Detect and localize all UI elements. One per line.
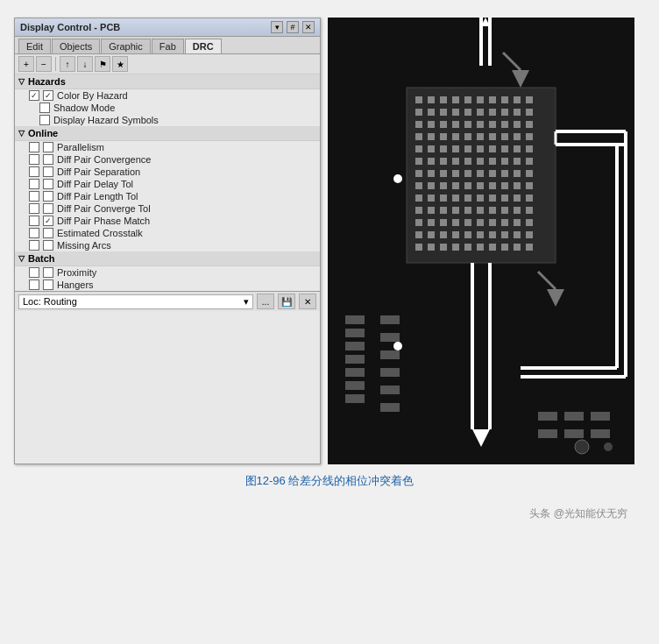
svg-rect-13: [428, 109, 435, 116]
svg-rect-79: [501, 182, 508, 189]
diff-pair-delay-tol-checkbox[interactable]: [43, 179, 53, 189]
proximity-outer-checkbox[interactable]: [29, 267, 39, 278]
close-button[interactable]: ✕: [302, 21, 315, 33]
missing-arcs-outer-checkbox[interactable]: [29, 240, 39, 251]
svg-rect-91: [526, 195, 533, 202]
svg-rect-65: [452, 170, 459, 177]
section-hazards[interactable]: ▽ Hazards: [15, 74, 320, 89]
batch-arrow: ▽: [18, 254, 25, 263]
item-display-hazard-symbols[interactable]: Display Hazard Symbols: [15, 114, 320, 126]
item-proximity[interactable]: Proximity: [15, 266, 320, 279]
svg-rect-111: [526, 219, 533, 226]
parallelism-checkbox[interactable]: [43, 142, 53, 152]
panel-title: Display Control - PCB: [20, 22, 120, 32]
pin-button[interactable]: ▾: [271, 21, 283, 33]
item-diff-pair-convergence[interactable]: Diff Pair Convergence: [15, 153, 320, 166]
svg-rect-125: [452, 244, 459, 251]
hangers-outer-checkbox[interactable]: [29, 280, 39, 290]
item-diff-pair-phase-match[interactable]: Diff Pair Phase Match: [15, 215, 320, 227]
svg-rect-54: [440, 158, 447, 165]
tab-graphic[interactable]: Graphic: [101, 39, 151, 53]
color-by-hazard-expand[interactable]: [29, 90, 39, 101]
svg-rect-17: [477, 109, 484, 116]
svg-rect-98: [489, 207, 496, 214]
svg-rect-9: [501, 96, 508, 103]
item-shadow-mode[interactable]: Shadow Mode: [15, 102, 320, 114]
display-hazard-symbols-checkbox[interactable]: [39, 115, 50, 125]
svg-rect-69: [501, 170, 508, 177]
dots-button[interactable]: ...: [257, 294, 274, 309]
diff-pair-convergence-outer-checkbox[interactable]: [29, 154, 39, 165]
close-status-button[interactable]: ✕: [299, 294, 316, 309]
color-by-hazard-checkbox[interactable]: [43, 90, 53, 101]
footer-text: 头条 @光知能伏无穷: [529, 506, 627, 521]
diff-pair-phase-match-outer-checkbox[interactable]: [29, 216, 39, 226]
shadow-mode-checkbox[interactable]: [39, 103, 50, 113]
panel-titlebar: Display Control - PCB ▾ # ✕: [15, 18, 320, 37]
svg-rect-35: [452, 133, 459, 140]
item-diff-pair-separation[interactable]: Diff Pair Separation: [15, 166, 320, 178]
svg-rect-160: [538, 412, 557, 421]
item-diff-pair-converge-tol[interactable]: Diff Pair Converge Tol: [15, 202, 320, 215]
star-button[interactable]: ★: [112, 56, 128, 72]
estimated-crosstalk-outer-checkbox[interactable]: [29, 228, 39, 238]
svg-rect-161: [564, 412, 584, 421]
item-diff-pair-length-tol[interactable]: Diff Pair Length Tol: [15, 190, 320, 202]
item-diff-pair-delay-tol[interactable]: Diff Pair Delay Tol: [15, 178, 320, 190]
diff-pair-separation-outer-checkbox[interactable]: [29, 166, 39, 177]
svg-rect-11: [526, 96, 533, 103]
svg-rect-40: [514, 133, 521, 140]
diff-pair-converge-tol-outer-checkbox[interactable]: [29, 203, 39, 214]
svg-rect-108: [489, 219, 496, 226]
tab-drc[interactable]: DRC: [185, 39, 222, 53]
tab-fab[interactable]: Fab: [152, 39, 184, 53]
hangers-checkbox[interactable]: [43, 280, 53, 290]
svg-rect-71: [526, 170, 533, 177]
tab-objects[interactable]: Objects: [52, 39, 100, 53]
add-button[interactable]: +: [18, 56, 34, 72]
svg-rect-48: [489, 145, 496, 152]
svg-rect-131: [526, 244, 533, 251]
missing-arcs-checkbox[interactable]: [43, 240, 53, 251]
item-color-by-hazard[interactable]: Color By Hazard: [15, 89, 320, 102]
tab-edit[interactable]: Edit: [18, 39, 51, 53]
svg-rect-10: [514, 96, 521, 103]
svg-rect-76: [464, 182, 471, 189]
item-estimated-crosstalk[interactable]: Estimated Crosstalk: [15, 227, 320, 239]
svg-rect-25: [452, 121, 459, 128]
proximity-checkbox[interactable]: [43, 267, 53, 278]
svg-rect-80: [514, 182, 521, 189]
parallelism-outer-checkbox[interactable]: [29, 142, 39, 152]
diff-pair-length-tol-checkbox[interactable]: [43, 191, 53, 202]
up-button[interactable]: ↑: [60, 56, 75, 72]
flag-button[interactable]: ⚑: [95, 56, 110, 72]
save-button[interactable]: 💾: [278, 294, 295, 309]
svg-rect-7: [477, 96, 484, 103]
diff-pair-delay-tol-outer-checkbox[interactable]: [29, 179, 39, 189]
svg-rect-162: [591, 412, 610, 421]
svg-rect-27: [477, 121, 484, 128]
item-missing-arcs[interactable]: Missing Arcs: [15, 239, 320, 251]
svg-rect-101: [526, 207, 533, 214]
item-hangers[interactable]: Hangers: [15, 279, 320, 291]
item-parallelism[interactable]: Parallelism: [15, 141, 320, 153]
diff-pair-separation-checkbox[interactable]: [43, 166, 53, 177]
svg-rect-155: [380, 333, 400, 342]
section-online[interactable]: ▽ Online: [15, 126, 320, 141]
float-button[interactable]: #: [287, 21, 299, 33]
svg-rect-55: [452, 158, 459, 165]
minus-button[interactable]: −: [36, 56, 52, 72]
svg-rect-156: [380, 350, 400, 359]
hazards-arrow: ▽: [18, 77, 25, 86]
diff-pair-converge-tol-checkbox[interactable]: [43, 203, 53, 214]
loc-dropdown[interactable]: Loc: Routing ▾: [18, 294, 253, 309]
down-button[interactable]: ↓: [77, 56, 93, 72]
estimated-crosstalk-checkbox[interactable]: [43, 228, 53, 238]
footer: 头条 @光知能伏无穷: [14, 498, 645, 530]
svg-rect-53: [428, 158, 435, 165]
diff-pair-convergence-checkbox[interactable]: [43, 154, 53, 165]
diff-pair-length-tol-outer-checkbox[interactable]: [29, 191, 39, 202]
diff-pair-phase-match-checkbox[interactable]: [43, 216, 53, 226]
svg-rect-19: [501, 109, 508, 116]
section-batch[interactable]: ▽ Batch: [15, 251, 320, 266]
